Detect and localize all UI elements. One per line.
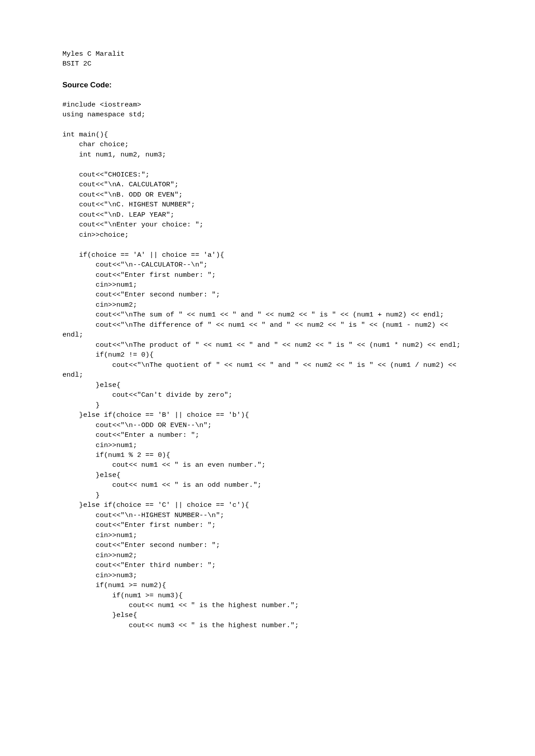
source-code-block: #include <iostream> using namespace std;…: [62, 100, 473, 631]
author-section: BSIT 2C: [62, 59, 473, 69]
section-title: Source Code:: [62, 80, 473, 91]
author-name: Myles C Maralit: [62, 49, 473, 59]
